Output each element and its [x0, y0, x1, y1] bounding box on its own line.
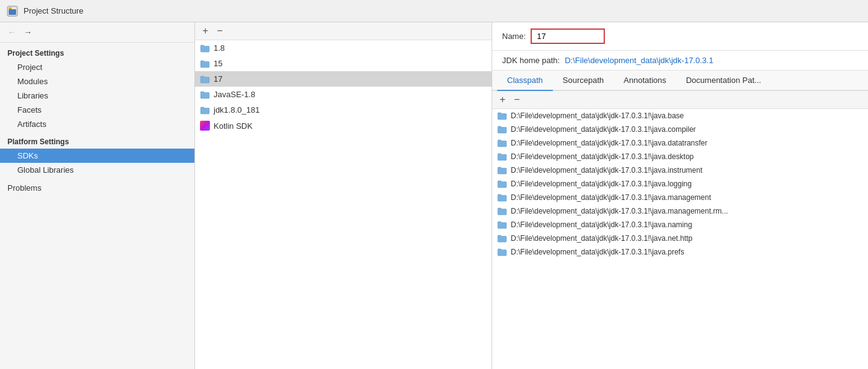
list-item[interactable]: D:\File\development_data\jdk\jdk-17.0.3.… — [492, 163, 868, 177]
list-item[interactable]: D:\File\development_data\jdk\jdk-17.0.3.… — [492, 218, 868, 232]
right-panel: Name: JDK home path: D:\File\development… — [492, 22, 868, 369]
list-item[interactable]: D:\File\development_data\jdk\jdk-17.0.3.… — [492, 136, 868, 150]
folder-icon — [497, 111, 507, 120]
classpath-path: D:\File\development_data\jdk\jdk-17.0.3.… — [511, 180, 692, 188]
folder-icon — [200, 75, 210, 84]
folder-icon — [497, 139, 507, 147]
nav-arrows: ← → — [0, 22, 194, 43]
classpath-path: D:\File\development_data\jdk\jdk-17.0.3.… — [511, 234, 693, 243]
folder-icon — [497, 125, 507, 134]
platform-settings-header: Platform Settings — [0, 131, 194, 149]
sdk-label: 17 — [214, 74, 222, 84]
list-item[interactable]: D:\File\development_data\jdk\jdk-17.0.3.… — [492, 123, 868, 136]
tab-documentation[interactable]: Documentation Pat... — [676, 71, 771, 91]
forward-button[interactable]: → — [21, 26, 35, 38]
sidebar-item-artifacts[interactable]: Artifacts — [0, 117, 194, 131]
tabs-row: Classpath Sourcepath Annotations Documen… — [492, 71, 868, 91]
folder-icon — [200, 44, 210, 53]
classpath-path: D:\File\development_data\jdk\jdk-17.0.3.… — [511, 193, 711, 202]
folder-icon — [497, 248, 507, 256]
folder-icon — [497, 207, 507, 215]
sidebar-item-sdks[interactable]: SDKs — [0, 149, 194, 163]
sidebar-item-project[interactable]: Project — [0, 60, 194, 74]
sdk-item-15[interactable]: 15 — [195, 56, 492, 71]
sdk-item-jdk180181[interactable]: jdk1.8.0_181 — [195, 102, 492, 118]
name-label: Name: — [502, 32, 526, 41]
folder-icon — [497, 193, 507, 202]
tab-sourcepath[interactable]: Sourcepath — [553, 71, 614, 91]
folder-icon — [200, 59, 210, 68]
name-row: Name: — [492, 22, 868, 51]
list-item[interactable]: D:\File\development_data\jdk\jdk-17.0.3.… — [492, 177, 868, 191]
classpath-list: D:\File\development_data\jdk\jdk-17.0.3.… — [492, 109, 868, 369]
list-item[interactable]: D:\File\development_data\jdk\jdk-17.0.3.… — [492, 109, 868, 123]
classpath-path: D:\File\development_data\jdk\jdk-17.0.3.… — [511, 207, 728, 215]
sdk-toolbar: + − — [195, 22, 492, 40]
classpath-toolbar: + − — [492, 91, 868, 109]
jdk-path-row: JDK home path: D:\File\development_data\… — [492, 51, 868, 71]
tab-annotations[interactable]: Annotations — [614, 71, 676, 91]
sdk-label: 1.8 — [214, 43, 225, 53]
classpath-path: D:\File\development_data\jdk\jdk-17.0.3.… — [511, 125, 696, 134]
sidebar-item-libraries[interactable]: Libraries — [0, 89, 194, 103]
sidebar-item-facets[interactable]: Facets — [0, 103, 194, 117]
list-item[interactable]: D:\File\development_data\jdk\jdk-17.0.3.… — [492, 232, 868, 245]
classpath-path: D:\File\development_data\jdk\jdk-17.0.3.… — [511, 139, 708, 147]
folder-icon — [497, 166, 507, 175]
sdk-item-javase18[interactable]: JavaSE-1.8 — [195, 87, 492, 102]
jdk-path-label: JDK home path: — [502, 56, 560, 65]
sidebar-item-global-libraries[interactable]: Global Libraries — [0, 163, 194, 177]
title-bar: Project Structure — [0, 0, 868, 22]
sdk-label: Kotlin SDK — [214, 121, 253, 131]
list-item[interactable]: D:\File\development_data\jdk\jdk-17.0.3.… — [492, 204, 868, 218]
project-settings-header: Project Settings — [0, 43, 194, 60]
remove-sdk-button[interactable]: − — [214, 25, 225, 37]
list-item[interactable]: D:\File\development_data\jdk\jdk-17.0.3.… — [492, 191, 868, 204]
folder-icon — [200, 90, 210, 99]
list-item[interactable]: D:\File\development_data\jdk\jdk-17.0.3.… — [492, 150, 868, 163]
add-sdk-button[interactable]: + — [200, 25, 210, 37]
classpath-path: D:\File\development_data\jdk\jdk-17.0.3.… — [511, 152, 694, 161]
folder-icon — [497, 152, 507, 161]
classpath-path: D:\File\development_data\jdk\jdk-17.0.3.… — [511, 220, 692, 229]
sdk-label: JavaSE-1.8 — [214, 90, 255, 99]
svg-rect-1 — [9, 9, 16, 15]
list-item[interactable]: D:\File\development_data\jdk\jdk-17.0.3.… — [492, 245, 868, 259]
sidebar: ← → Project Settings Project Modules Lib… — [0, 22, 195, 369]
sidebar-item-modules[interactable]: Modules — [0, 74, 194, 89]
app-icon — [6, 5, 19, 17]
sdk-label: jdk1.8.0_181 — [214, 105, 259, 115]
sdk-item-1.8[interactable]: 1.8 — [195, 40, 492, 56]
kotlin-icon — [200, 121, 210, 131]
sdk-list-panel: + − 1.8 15 — [195, 22, 492, 369]
folder-icon — [497, 220, 507, 229]
folder-icon — [497, 180, 507, 188]
classpath-path: D:\File\development_data\jdk\jdk-17.0.3.… — [511, 111, 684, 120]
back-button[interactable]: ← — [5, 26, 19, 38]
sdk-item-kotlin[interactable]: Kotlin SDK — [195, 118, 492, 134]
folder-icon — [200, 106, 210, 115]
sidebar-item-problems[interactable]: Problems — [0, 177, 194, 195]
name-input[interactable] — [531, 28, 605, 44]
folder-icon — [497, 234, 507, 243]
window-title: Project Structure — [24, 6, 84, 15]
classpath-path: D:\File\development_data\jdk\jdk-17.0.3.… — [511, 166, 703, 175]
jdk-path-value: D:\File\development_data\jdk\jdk-17.0.3.… — [565, 56, 713, 65]
add-classpath-button[interactable]: + — [497, 93, 508, 106]
classpath-path: D:\File\development_data\jdk\jdk-17.0.3.… — [511, 248, 684, 256]
sdk-item-17[interactable]: 17 — [195, 71, 492, 87]
svg-rect-2 — [9, 7, 12, 9]
tab-classpath[interactable]: Classpath — [497, 71, 553, 91]
sdk-label: 15 — [214, 59, 222, 68]
sdk-list: 1.8 15 17 — [195, 40, 492, 369]
remove-classpath-button[interactable]: − — [511, 93, 522, 106]
